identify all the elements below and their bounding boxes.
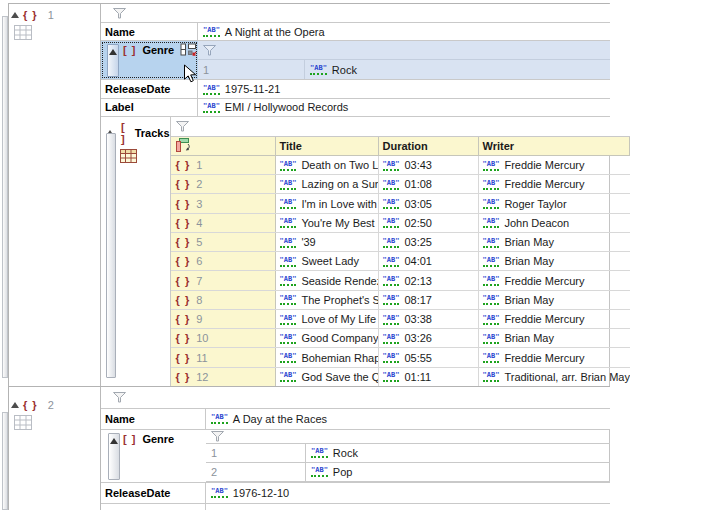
track-writer-cell[interactable]: "AB" Brian May [479, 291, 630, 309]
tracks-corner-cell[interactable] [171, 137, 276, 155]
genre-filter-row[interactable] [198, 41, 610, 60]
genre-value-cell[interactable]: "AB" Rock [306, 444, 610, 462]
track-index-cell[interactable]: { } 2 [171, 175, 276, 193]
track-writer-cell[interactable]: "AB" Freddie Mercury [479, 156, 630, 174]
track-title-cell[interactable]: "AB" Death on Two Legs [276, 156, 379, 174]
label-value-cell[interactable]: "AB" EMI / Hollywood Records [198, 99, 610, 116]
track-index-cell[interactable]: { } 7 [171, 271, 276, 289]
track-index-cell[interactable]: { } 6 [171, 252, 276, 270]
track-title-cell[interactable]: "AB" Seaside Rendezvous [276, 271, 379, 289]
tracks-col-writer[interactable]: Writer [479, 137, 630, 155]
collapse-triangle-icon[interactable] [11, 402, 19, 408]
item2-filter-row[interactable] [101, 387, 610, 409]
genre-index-cell[interactable]: 1 [198, 60, 305, 79]
label-key-cell[interactable]: Label [101, 99, 198, 116]
track-index-cell[interactable]: { } 10 [171, 329, 276, 347]
track-title-cell[interactable]: "AB" Love of My Life [276, 310, 379, 328]
table-view-icon[interactable] [14, 25, 32, 40]
track-duration-cell[interactable]: "AB" 03:05 [379, 194, 479, 212]
track-title-cell[interactable]: "AB" I'm in Love with My Car [276, 194, 379, 212]
track-duration: 03:05 [404, 198, 432, 210]
track-writer-cell[interactable]: "AB" John Deacon [479, 214, 630, 232]
string-type-icon: "AB" [483, 333, 500, 344]
track-duration-cell[interactable]: "AB" 03:26 [379, 329, 479, 347]
track-index-cell[interactable]: { } 9 [171, 310, 276, 328]
item1-left-panel[interactable]: { } 1 [9, 4, 101, 386]
genre-collapse-strip[interactable] [108, 433, 120, 480]
track-title-cell[interactable]: "AB" You're My Best Friend [276, 214, 379, 232]
item2-header[interactable]: { } 2 [9, 387, 100, 411]
track-writer-cell[interactable]: "AB" Roger Taylor [479, 194, 630, 212]
track-index-cell[interactable]: { } 8 [171, 291, 276, 309]
track-title-cell[interactable]: "AB" Sweet Lady [276, 252, 379, 270]
label-value-cell[interactable]: "AB" EMI, Parlophone / Elektra, Hollywoo… [206, 504, 610, 510]
label-key-cell[interactable]: Label [101, 504, 206, 510]
name-key-cell[interactable]: Name [101, 23, 198, 40]
transpose-table-icon[interactable] [176, 138, 192, 153]
filter-funnel-icon[interactable] [203, 45, 216, 56]
track-index-cell[interactable]: { } 5 [171, 233, 276, 251]
filter-funnel-icon[interactable] [176, 121, 189, 132]
releasedate-value-cell[interactable]: "AB" 1975-11-21 [198, 80, 610, 97]
track-duration-cell[interactable]: "AB" 01:08 [379, 175, 479, 193]
genre-filter-row[interactable] [206, 430, 610, 444]
track-title-cell[interactable]: "AB" '39 [276, 233, 379, 251]
track-duration-cell[interactable]: "AB" 03:25 [379, 233, 479, 251]
name-value-cell[interactable]: "AB" A Night at the Opera [198, 23, 610, 40]
track-writer-cell[interactable]: "AB" Brian May [479, 252, 630, 270]
releasedate-value-cell[interactable]: "AB" 1976-12-10 [206, 483, 610, 504]
name-key-cell[interactable]: Name [101, 409, 206, 429]
track-writer-cell[interactable]: "AB" Brian May [479, 329, 630, 347]
track-index-cell[interactable]: { } 4 [171, 214, 276, 232]
track-duration-cell[interactable]: "AB" 02:13 [379, 271, 479, 289]
table-view-active-icon[interactable] [120, 149, 137, 163]
track-index-cell[interactable]: { } 1 [171, 156, 276, 174]
track-duration-cell[interactable]: "AB" 04:01 [379, 252, 479, 270]
display-as-table-icon[interactable] [180, 43, 197, 58]
tracks-col-duration[interactable]: Duration [379, 137, 479, 155]
track-duration-cell[interactable]: "AB" 02:50 [379, 214, 479, 232]
track-writer-cell[interactable]: "AB" Freddie Mercury [479, 175, 630, 193]
track-index-cell[interactable]: { } 3 [171, 194, 276, 212]
item2-left-panel[interactable]: { } 2 [9, 387, 101, 510]
tracks-filter-row[interactable] [171, 117, 630, 137]
collapse-triangle-icon[interactable] [11, 12, 19, 18]
track-duration-cell[interactable]: "AB" 08:17 [379, 291, 479, 309]
genre-value-cell[interactable]: "AB" Pop [306, 463, 610, 481]
collapse-triangle-icon[interactable] [109, 49, 117, 55]
genre-key-cell[interactable]: [ ]Genre [101, 430, 206, 482]
genre-collapse-strip[interactable] [107, 44, 119, 77]
track-title-cell[interactable]: "AB" Bohemian Rhapsody [276, 348, 379, 366]
track-writer-cell[interactable]: "AB" Freddie Mercury [479, 348, 630, 366]
track-duration-cell[interactable]: "AB" 03:38 [379, 310, 479, 328]
collapse-triangle-icon[interactable] [110, 438, 118, 444]
track-index-cell[interactable]: { } 12 [171, 368, 276, 386]
item1-filter-row[interactable] [101, 4, 610, 23]
item1-header[interactable]: { } 1 [9, 4, 100, 21]
name-value-cell[interactable]: "AB" A Day at the Races [206, 409, 610, 429]
genre-index-cell[interactable]: 2 [206, 463, 306, 481]
track-title-cell[interactable]: "AB" The Prophet's Song [276, 291, 379, 309]
tracks-col-title[interactable]: Title [276, 137, 379, 155]
object-braces-icon: { } [176, 255, 191, 267]
tracks-collapse-strip[interactable] [106, 133, 116, 378]
track-title-cell[interactable]: "AB" God Save the Queen [276, 368, 379, 386]
track-duration-cell[interactable]: "AB" 05:55 [379, 348, 479, 366]
track-writer-cell[interactable]: "AB" Traditional, arr. Brian May [479, 368, 630, 386]
genre-value-cell[interactable]: "AB" Rock [305, 60, 610, 79]
releasedate-key-cell[interactable]: ReleaseDate [101, 483, 206, 504]
track-duration-cell[interactable]: "AB" 03:43 [379, 156, 479, 174]
table-view-icon[interactable] [14, 415, 32, 430]
track-writer-cell[interactable]: "AB" Freddie Mercury [479, 271, 630, 289]
filter-funnel-icon[interactable] [211, 431, 224, 442]
genre-index-cell[interactable]: 1 [206, 444, 306, 462]
track-title-cell[interactable]: "AB" Lazing on a Sunday Afternoon [276, 175, 379, 193]
track-title-cell[interactable]: "AB" Good Company [276, 329, 379, 347]
tracks-key-cell[interactable]: [ ] Tracks [101, 117, 171, 386]
track-writer-cell[interactable]: "AB" Brian May [479, 233, 630, 251]
track-duration-cell[interactable]: "AB" 01:11 [379, 368, 479, 386]
track-index-cell[interactable]: { } 11 [171, 348, 276, 366]
filter-funnel-icon[interactable] [113, 8, 126, 19]
filter-funnel-icon[interactable] [113, 392, 126, 403]
track-writer-cell[interactable]: "AB" Freddie Mercury [479, 310, 630, 328]
